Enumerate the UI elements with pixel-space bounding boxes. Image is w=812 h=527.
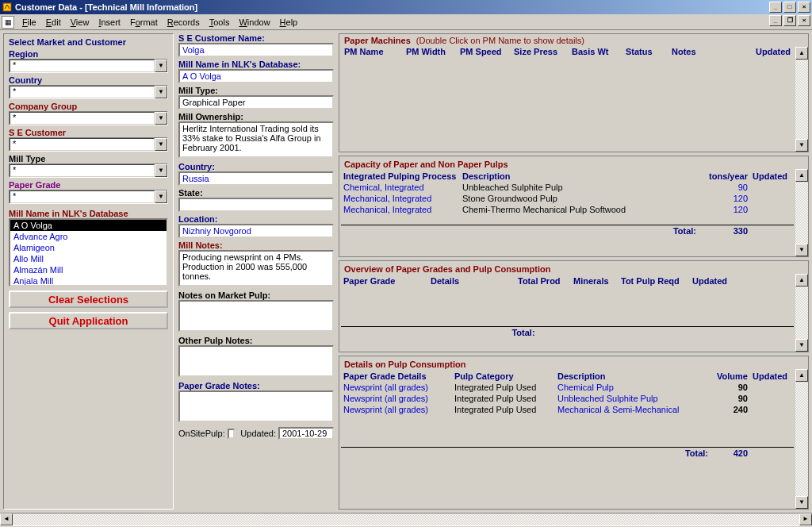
list-item[interactable]: Alamigeon xyxy=(10,242,167,253)
col-min: Minerals xyxy=(571,275,619,287)
details-panel: Details on Pulp Consumption Paper Grade … xyxy=(339,356,809,510)
col-upd3: Updated xyxy=(750,371,794,382)
menu-window[interactable]: Window xyxy=(234,17,274,27)
mill-notes-field[interactable] xyxy=(178,250,334,287)
scroll-up-icon[interactable]: ▲ xyxy=(795,369,808,382)
list-item[interactable]: A O Volga xyxy=(10,220,167,231)
minimize-button[interactable]: _ xyxy=(769,2,782,13)
chevron-down-icon[interactable]: ▼ xyxy=(155,86,167,98)
menu-edit[interactable]: Edit xyxy=(41,17,66,27)
menu-tools[interactable]: Tools xyxy=(205,17,235,27)
scroll-up-icon[interactable]: ▲ xyxy=(795,47,808,60)
mill-list-label: Mill Name in NLK's Database xyxy=(9,209,168,218)
col-upd: Updated xyxy=(750,171,794,182)
paper-grade-label: Paper Grade xyxy=(9,180,168,190)
scroll-up-icon[interactable]: ▲ xyxy=(795,274,808,287)
ov-scrollbar[interactable]: ▲▼ xyxy=(795,274,808,352)
table-row[interactable]: Newsprint (all grades)Integrated Pulp Us… xyxy=(341,393,794,404)
onsite-pulp-checkbox[interactable] xyxy=(228,429,236,439)
ov-title: Overview of Paper Grades and Pulp Consum… xyxy=(341,263,794,275)
market-pulp-field[interactable] xyxy=(178,300,334,332)
table-row[interactable]: Chemical, IntegratedUnbleached Sulphite … xyxy=(341,182,794,193)
onsite-pulp-label: OnSitePulp: xyxy=(178,429,225,438)
scroll-down-icon[interactable]: ▼ xyxy=(795,139,808,152)
scroll-down-icon[interactable]: ▼ xyxy=(795,244,808,256)
country-label2: Country: xyxy=(178,162,334,171)
col-tp: Total Prod xyxy=(515,275,571,287)
mdi-restore-button[interactable]: ❐ xyxy=(783,15,796,26)
scroll-up-icon[interactable]: ▲ xyxy=(795,169,808,182)
scroll-left-icon[interactable]: ◄ xyxy=(0,514,13,525)
other-pulp-field[interactable] xyxy=(178,345,334,377)
table-row[interactable]: Newsprint (all grades)Integrated Pulp Us… xyxy=(341,382,794,393)
title-bar: Customer Data - [Technical Mill Informat… xyxy=(0,0,812,14)
mdi-close-button[interactable]: × xyxy=(798,15,810,26)
country-combo[interactable]: *▼ xyxy=(9,85,168,99)
list-item[interactable]: Allo Mill xyxy=(10,253,167,264)
chevron-down-icon[interactable]: ▼ xyxy=(155,164,167,177)
cap-scrollbar[interactable]: ▲▼ xyxy=(795,169,808,256)
paper-grade-combo[interactable]: *▼ xyxy=(9,190,168,204)
paper-grade-notes-field[interactable] xyxy=(178,390,334,422)
col-updated: Updated xyxy=(718,47,791,56)
col-pm-width: PM Width xyxy=(406,47,454,56)
menu-help[interactable]: Help xyxy=(275,17,303,27)
state-field[interactable] xyxy=(178,198,334,212)
col-notes: Notes xyxy=(672,47,711,56)
chevron-down-icon[interactable]: ▼ xyxy=(155,138,167,151)
scroll-down-icon[interactable]: ▼ xyxy=(795,496,808,509)
company-group-combo[interactable]: *▼ xyxy=(9,111,168,125)
list-item[interactable]: Almazán Mill xyxy=(10,264,167,275)
market-pulp-label: Notes on Market Pulp: xyxy=(178,290,334,300)
mill-type-field[interactable] xyxy=(178,95,334,110)
se-customer-combo[interactable]: *▼ xyxy=(9,137,168,152)
menu-insert[interactable]: Insert xyxy=(94,17,125,27)
window-title: Customer Data - [Technical Mill Informat… xyxy=(15,2,197,12)
close-button[interactable]: × xyxy=(798,2,810,13)
scroll-right-icon[interactable]: ► xyxy=(799,514,812,525)
nlk-name-field[interactable] xyxy=(178,69,334,83)
col-proc: Integrated Pulping Process xyxy=(341,171,460,182)
col-pg: Paper Grade xyxy=(341,275,428,287)
se-name-field[interactable] xyxy=(178,43,334,57)
scroll-down-icon[interactable]: ▼ xyxy=(795,339,808,352)
updated-field[interactable] xyxy=(278,427,334,440)
chevron-down-icon[interactable]: ▼ xyxy=(155,112,167,125)
capacity-panel: Capacity of Paper and Non Paper Pulps In… xyxy=(339,156,809,257)
form-hscroll[interactable]: ◄ ► xyxy=(0,513,812,525)
list-item[interactable]: Advance Agro xyxy=(10,231,167,242)
table-row[interactable]: Newsprint (all grades)Integrated Pulp Us… xyxy=(341,404,794,415)
list-item[interactable]: Anjala Mill xyxy=(10,275,167,287)
mill-type-label2: Mill Type: xyxy=(178,86,334,95)
menu-file[interactable]: File xyxy=(17,17,41,27)
table-row[interactable]: Mechanical, IntegratedChemi-Thermo Mecha… xyxy=(341,204,794,215)
updated-label: Updated: xyxy=(240,429,276,438)
quit-application-button[interactable]: Quit Application xyxy=(9,312,168,329)
ownership-field[interactable] xyxy=(178,121,334,158)
mill-type-combo[interactable]: *▼ xyxy=(9,163,168,178)
det-scrollbar[interactable]: ▲▼ xyxy=(795,369,808,509)
table-row[interactable]: Mechanical, IntegratedStone Groundwood P… xyxy=(341,193,794,204)
maximize-button[interactable]: □ xyxy=(783,2,796,13)
menu-view[interactable]: View xyxy=(66,17,94,27)
menu-format[interactable]: Format xyxy=(125,17,163,27)
region-combo[interactable]: *▼ xyxy=(9,59,168,73)
other-pulp-label: Other Pulp Notes: xyxy=(178,336,334,345)
mdi-minimize-button[interactable]: _ xyxy=(769,15,782,26)
pm-scrollbar[interactable]: ▲ ▼ xyxy=(795,47,808,152)
chevron-down-icon[interactable]: ▼ xyxy=(155,60,167,72)
se-name-label: S E Customer Name: xyxy=(178,33,334,43)
country-label: Country xyxy=(9,75,168,85)
location-field[interactable] xyxy=(178,224,334,238)
clear-selections-button[interactable]: Clear Selections xyxy=(9,290,168,308)
country-field[interactable] xyxy=(178,171,334,186)
menu-records[interactable]: Records xyxy=(163,17,205,27)
panel-title: Select Market and Customer xyxy=(9,37,168,47)
chevron-down-icon[interactable]: ▼ xyxy=(155,190,167,203)
mill-list[interactable]: A O Volga Advance Agro Alamigeon Allo Mi… xyxy=(9,218,168,287)
paper-grade-notes-label: Paper Grade Notes: xyxy=(178,381,334,390)
col-pgd: Paper Grade Details xyxy=(341,371,452,382)
overview-panel: Overview of Paper Grades and Pulp Consum… xyxy=(339,260,809,352)
col-det: Details xyxy=(428,275,515,287)
col-basis-wt: Basis Wt xyxy=(572,47,619,56)
